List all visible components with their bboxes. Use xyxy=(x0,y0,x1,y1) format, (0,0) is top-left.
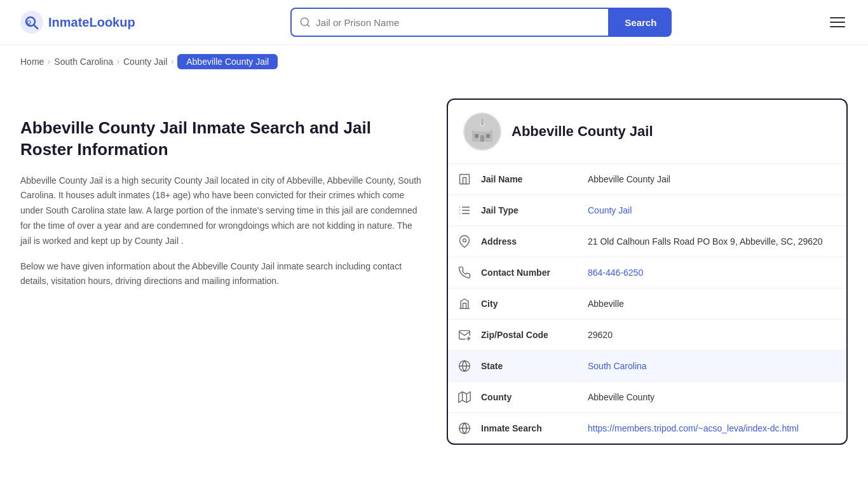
info-icon-contact xyxy=(448,257,481,288)
info-value-text-city: Abbeville xyxy=(588,299,624,309)
info-row-jail-type: Jail Type County Jail xyxy=(448,195,846,226)
info-label-inmate-search: Inmate Search xyxy=(481,414,583,442)
info-icon-jail-name xyxy=(448,164,481,194)
info-label-jail-name: Jail Name xyxy=(481,165,583,193)
info-row-city: City Abbeville xyxy=(448,288,846,320)
breadcrumb-sep-1: › xyxy=(48,57,50,66)
info-row-jail-name: Jail Name Abbeville County Jail xyxy=(448,164,846,195)
info-row-county: County Abbeville County xyxy=(448,382,846,413)
info-icon-county xyxy=(448,382,481,412)
breadcrumb: Home › South Carolina › County Jail › Ab… xyxy=(0,45,868,78)
info-icon-zip xyxy=(448,320,481,350)
jail-avatar xyxy=(463,112,501,151)
info-label-jail-type: Jail Type xyxy=(481,196,583,224)
info-value-link-state[interactable]: South Carolina xyxy=(588,361,647,371)
page-title: Abbeville County Jail Inmate Search and … xyxy=(20,118,421,161)
info-value-county: Abbeville County xyxy=(583,383,846,411)
info-card-title: Abbeville County Jail xyxy=(512,123,653,140)
info-row-contact: Contact Number 864-446-6250 xyxy=(448,257,846,288)
info-label-city: City xyxy=(481,290,583,318)
info-value-city: Abbeville xyxy=(583,290,846,318)
svg-point-21 xyxy=(463,239,466,242)
info-value-zip: 29620 xyxy=(583,321,846,349)
info-value-text-address: 21 Old Calhoun Falls Road PO Box 9, Abbe… xyxy=(588,236,823,247)
svg-point-12 xyxy=(481,123,484,125)
info-label-contact: Contact Number xyxy=(481,259,583,287)
info-value-state[interactable]: South Carolina xyxy=(583,352,846,380)
search-button[interactable]: Search xyxy=(609,8,672,37)
info-value-contact[interactable]: 864-446-6250 xyxy=(583,259,846,287)
logo-text: InmateLookup xyxy=(48,15,135,30)
info-value-address: 21 Old Calhoun Falls Road PO Box 9, Abbe… xyxy=(583,227,846,255)
description-2: Below we have given information about th… xyxy=(20,259,421,290)
search-input[interactable] xyxy=(316,17,600,28)
info-table: Jail Name Abbeville County Jail Jail Typ… xyxy=(448,164,846,444)
logo-icon: Q xyxy=(20,11,43,34)
main-content: Abbeville County Jail Inmate Search and … xyxy=(0,78,868,483)
info-row-inmate-search: Inmate Search https://members.tripod.com… xyxy=(448,413,846,444)
logo-link[interactable]: Q InmateLookup xyxy=(20,11,135,34)
info-label-address: Address xyxy=(481,227,583,255)
info-value-link-jail-type[interactable]: County Jail xyxy=(588,205,632,215)
info-icon-jail-type xyxy=(448,195,481,226)
breadcrumb-sep-3: › xyxy=(171,57,173,66)
left-panel: Abbeville County Jail Inmate Search and … xyxy=(20,98,421,445)
info-label-state: State xyxy=(481,352,583,380)
info-icon-state xyxy=(448,351,481,381)
menu-button[interactable] xyxy=(827,15,848,30)
info-icon-address xyxy=(448,226,481,257)
breadcrumb-current: Abbeville County Jail xyxy=(177,54,278,69)
info-icon-inmate-search xyxy=(448,413,481,444)
menu-line-3 xyxy=(830,26,845,27)
info-value-text-jail-name: Abbeville County Jail xyxy=(588,174,670,184)
search-icon xyxy=(299,17,311,28)
info-label-zip: Zip/Postal Code xyxy=(481,321,583,349)
svg-rect-11 xyxy=(480,135,484,142)
info-value-inmate-search[interactable]: https://members.tripod.com/~acso_leva/in… xyxy=(583,414,846,442)
info-value-link-inmate-search[interactable]: https://members.tripod.com/~acso_leva/in… xyxy=(588,423,799,433)
menu-line-2 xyxy=(830,22,845,23)
info-row-zip: Zip/Postal Code 29620 xyxy=(448,320,846,351)
info-row-address: Address 21 Old Calhoun Falls Road PO Box… xyxy=(448,226,846,257)
breadcrumb-state[interactable]: South Carolina xyxy=(54,57,113,67)
right-panel: Abbeville County Jail Jail Name Abbevill… xyxy=(447,98,848,445)
breadcrumb-home[interactable]: Home xyxy=(20,57,44,67)
svg-text:Q: Q xyxy=(27,19,31,25)
header: Q InmateLookup Search xyxy=(0,0,868,45)
description-1: Abbeville County Jail is a high security… xyxy=(20,173,421,249)
info-value-jail-name: Abbeville County Jail xyxy=(583,165,846,193)
breadcrumb-sep-2: › xyxy=(117,57,119,66)
svg-rect-10 xyxy=(486,134,490,138)
info-card-header: Abbeville County Jail xyxy=(448,100,846,164)
breadcrumb-jail-type[interactable]: County Jail xyxy=(123,57,167,67)
info-value-text-county: Abbeville County xyxy=(588,392,654,402)
info-label-county: County xyxy=(481,383,583,411)
search-bar: Search xyxy=(290,8,672,37)
svg-rect-9 xyxy=(475,134,478,138)
info-icon-city xyxy=(448,288,481,319)
search-input-wrapper xyxy=(290,8,609,37)
info-card: Abbeville County Jail Jail Name Abbevill… xyxy=(447,98,848,445)
info-value-link-contact[interactable]: 864-446-6250 xyxy=(588,268,643,278)
svg-line-5 xyxy=(308,24,309,26)
menu-line-1 xyxy=(830,17,845,18)
info-row-state: State South Carolina xyxy=(448,351,846,382)
svg-marker-24 xyxy=(459,392,470,403)
svg-rect-14 xyxy=(460,175,470,184)
info-value-text-zip: 29620 xyxy=(588,330,613,340)
jail-building-icon xyxy=(468,118,496,146)
svg-point-0 xyxy=(20,11,43,34)
info-value-jail-type[interactable]: County Jail xyxy=(583,196,846,224)
